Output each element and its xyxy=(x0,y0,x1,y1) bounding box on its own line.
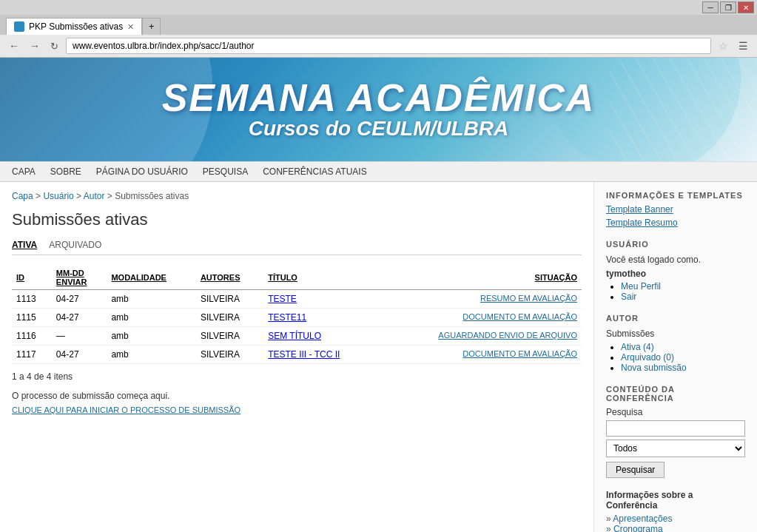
tab-favicon xyxy=(14,21,24,32)
close-button[interactable]: ✕ xyxy=(738,1,754,13)
cronograma-link[interactable]: Cronograma xyxy=(613,524,663,532)
tab-title: PKP Submissões ativas xyxy=(29,21,123,32)
header-text: SEMANA ACADÊMICA Cursos do CEULM/ULBRA xyxy=(162,78,596,141)
col-date: MM-DDENVIAR xyxy=(52,266,107,290)
site-header-banner: SEMANA ACADÊMICA Cursos do CEULM/ULBRA xyxy=(0,58,757,161)
conf-links-list: Apresentações Cronograma xyxy=(606,514,745,532)
page-wrapper: SEMANA ACADÊMICA Cursos do CEULM/ULBRA C… xyxy=(0,58,757,532)
col-titulo: TÍTULO xyxy=(263,266,376,290)
autor-links: Ativa (4) Arquivado (0) Nova submissão xyxy=(621,342,745,373)
logged-as-text: Você está logado como. xyxy=(606,255,701,265)
minimize-button[interactable]: ─ xyxy=(702,1,719,13)
table-row: 1117 04-27 amb SILVEIRA TESTE III - TCC … xyxy=(12,346,582,364)
submissions-table: ID MM-DDENVIAR MODALIDADE AUTORES TÍTULO… xyxy=(12,266,582,364)
breadcrumb: Capa > Usuário > Autor > Submissões ativ… xyxy=(12,191,582,201)
submission-link[interactable]: CLIQUE AQUI PARA INICIAR O PROCESSO DE S… xyxy=(12,405,240,414)
page-title: Submissões ativas xyxy=(12,210,582,229)
cell-id: 1116 xyxy=(12,327,52,346)
nova-submissao-link[interactable]: Nova submissão xyxy=(621,363,687,373)
tab-close-icon[interactable]: ✕ xyxy=(127,22,134,32)
conf-info-title: Informações sobre a Conferência xyxy=(606,490,745,511)
col-situacao: SITUAÇÃO xyxy=(376,266,582,290)
my-profile-link[interactable]: Meu Perfil xyxy=(621,281,661,292)
table-row: 1115 04-27 amb SILVEIRA TESTE11 DOCUMENT… xyxy=(12,309,582,327)
apresentacoes-link[interactable]: Apresentações xyxy=(613,514,672,524)
breadcrumb-current: Submissões ativas xyxy=(115,191,189,201)
cell-titulo[interactable]: TESTE xyxy=(263,290,376,309)
autor-title: AUTOR xyxy=(606,314,745,323)
menu-icon[interactable]: ☰ xyxy=(736,38,751,53)
window-controls: ─ ❐ ✕ xyxy=(699,0,757,15)
template-resumo-link[interactable]: Template Resumo xyxy=(606,218,745,228)
cell-situacao[interactable]: AGUARDANDO ENVIO DE ARQUIVO xyxy=(376,327,582,346)
reload-button[interactable]: ↻ xyxy=(47,39,61,53)
usuario-title: USUÁRIO xyxy=(606,240,745,249)
nav-capa[interactable]: CAPA xyxy=(12,166,36,177)
cell-autores: SILVEIRA xyxy=(196,290,263,309)
site-subtitle: Cursos do CEULM/ULBRA xyxy=(162,117,596,141)
nav-sobre[interactable]: SOBRE xyxy=(50,166,81,177)
template-banner-link[interactable]: Template Banner xyxy=(606,204,745,215)
header-geo-decoration xyxy=(609,58,757,161)
cell-autores: SILVEIRA xyxy=(196,309,263,327)
conteudo-conferencia-section: CONTEÚDO DA CONFERÊNCIA Pesquisa Todos P… xyxy=(606,385,745,478)
restore-button[interactable]: ❐ xyxy=(720,1,736,13)
user-info: Você está logado como. tymotheo xyxy=(606,253,745,281)
conf-info-section: Informações sobre a Conferência Apresent… xyxy=(606,490,745,532)
table-row: 1116 — amb SILVEIRA SEM TÍTULO AGUARDAND… xyxy=(12,327,582,346)
tab-ativa[interactable]: ATIVA xyxy=(12,240,37,250)
cell-date: 04-27 xyxy=(52,290,107,309)
breadcrumb-capa[interactable]: Capa xyxy=(12,191,33,201)
info-templates-section: INFORMAÇÕES E TEMPLATES Template Banner … xyxy=(606,191,745,228)
content-wrapper: Capa > Usuário > Autor > Submissões ativ… xyxy=(0,182,757,532)
ativa-link[interactable]: Ativa (4) xyxy=(621,342,654,352)
cell-titulo[interactable]: SEM TÍTULO xyxy=(263,327,376,346)
nav-conferencias[interactable]: CONFERÊNCIAS ATUAIS xyxy=(263,166,366,177)
cell-modalidade: amb xyxy=(107,327,195,346)
back-button[interactable]: ← xyxy=(6,38,22,53)
username: tymotheo xyxy=(606,269,646,279)
forward-button[interactable]: → xyxy=(27,38,43,53)
search-select[interactable]: Todos xyxy=(606,440,745,457)
search-button[interactable]: Pesquisar xyxy=(606,462,665,478)
sair-link[interactable]: Sair xyxy=(621,292,636,302)
arquivado-link[interactable]: Arquivado (0) xyxy=(621,352,674,363)
cell-id: 1113 xyxy=(12,290,52,309)
tab-arquivado[interactable]: ARQUIVADO xyxy=(49,240,101,250)
cell-titulo[interactable]: TESTE11 xyxy=(263,309,376,327)
active-tab[interactable]: PKP Submissões ativas ✕ xyxy=(6,18,142,35)
cell-modalidade: amb xyxy=(107,309,195,327)
browser-chrome-top: ─ ❐ ✕ xyxy=(0,0,757,15)
main-nav: CAPA SOBRE PÁGINA DO USUÁRIO PESQUISA CO… xyxy=(0,161,757,182)
breadcrumb-autor[interactable]: Autor xyxy=(84,191,105,201)
sidebar: INFORMAÇÕES E TEMPLATES Template Banner … xyxy=(594,182,757,532)
cell-id: 1115 xyxy=(12,309,52,327)
info-templates-title: INFORMAÇÕES E TEMPLATES xyxy=(606,191,745,200)
nav-pesquisa[interactable]: PESQUISA xyxy=(203,166,248,177)
cell-date: — xyxy=(52,327,107,346)
site-title: SEMANA ACADÊMICA xyxy=(162,78,596,117)
cell-titulo[interactable]: TESTE III - TCC II xyxy=(263,346,376,364)
cell-modalidade: amb xyxy=(107,346,195,364)
search-label: Pesquisa xyxy=(606,407,745,417)
main-content: Capa > Usuário > Autor > Submissões ativ… xyxy=(0,182,594,532)
cell-autores: SILVEIRA xyxy=(196,346,263,364)
tab-navigation: ATIVA ARQUIVADO xyxy=(12,240,582,255)
search-input[interactable] xyxy=(606,420,745,437)
col-autores: AUTORES xyxy=(196,266,263,290)
conteudo-title: CONTEÚDO DA CONFERÊNCIA xyxy=(606,385,745,403)
col-modalidade: MODALIDADE xyxy=(107,266,195,290)
usuario-section: USUÁRIO Você está logado como. tymotheo … xyxy=(606,240,745,302)
nav-bar: ← → ↻ ☆ ☰ xyxy=(0,35,757,58)
new-tab-button[interactable]: + xyxy=(142,18,161,35)
breadcrumb-usuario[interactable]: Usuário xyxy=(43,191,73,201)
cell-situacao[interactable]: DOCUMENTO EM AVALIAÇÃO xyxy=(376,309,582,327)
cell-id: 1117 xyxy=(12,346,52,364)
bookmark-icon[interactable]: ☆ xyxy=(716,38,731,53)
cell-date: 04-27 xyxy=(52,309,107,327)
cell-situacao[interactable]: RESUMO EM AVALIAÇÃO xyxy=(376,290,582,309)
cell-situacao[interactable]: DOCUMENTO EM AVALIAÇÃO xyxy=(376,346,582,364)
user-links: Meu Perfil Sair xyxy=(621,281,745,302)
address-bar[interactable] xyxy=(66,38,711,54)
nav-pagina-usuario[interactable]: PÁGINA DO USUÁRIO xyxy=(96,166,188,177)
